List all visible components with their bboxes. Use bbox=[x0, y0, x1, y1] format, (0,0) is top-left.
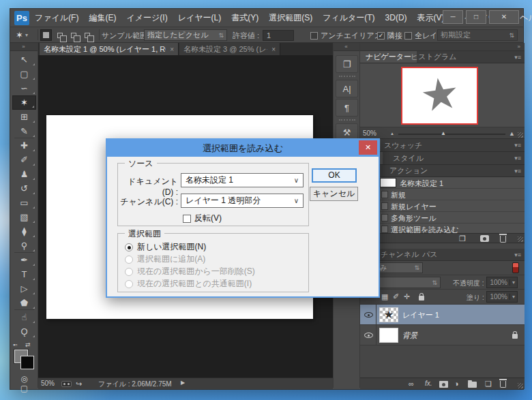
zoom-out-mountain-icon[interactable]: ▲ bbox=[390, 132, 394, 136]
ok-button[interactable]: OK bbox=[312, 168, 357, 183]
lock-transparency-icon[interactable]: ▦ bbox=[381, 292, 388, 301]
menu-edit[interactable]: 編集(E) bbox=[89, 12, 116, 24]
layer-filter-toggle[interactable] bbox=[512, 262, 519, 273]
clone-source-panel-button[interactable]: ❐ bbox=[336, 55, 358, 73]
minimize-button[interactable]: ─ bbox=[443, 10, 463, 24]
antialias-checkbox[interactable]: アンチエイリアス bbox=[310, 27, 382, 44]
menu-3d[interactable]: 3D(D) bbox=[385, 13, 407, 22]
opacity-field[interactable]: 100% ▾ bbox=[486, 277, 518, 288]
eraser-tool[interactable]: ▭ bbox=[12, 196, 36, 210]
lock-all-icon[interactable] bbox=[419, 296, 424, 301]
blur-tool[interactable]: ⧫ bbox=[12, 224, 36, 239]
menu-layer[interactable]: レイヤー(L) bbox=[178, 12, 222, 24]
screen-mode-button[interactable]: ▢ bbox=[10, 384, 38, 393]
menu-help[interactable]: ヘルプ(H) bbox=[520, 12, 532, 24]
tab-paths[interactable]: パス bbox=[422, 249, 438, 260]
channel-dropdown[interactable]: レイヤー 1 透明部分 ∨ bbox=[181, 194, 304, 208]
tab-actions[interactable]: アクション bbox=[389, 165, 428, 176]
background-thumbnail[interactable] bbox=[379, 328, 398, 343]
layer-visibility-cell[interactable] bbox=[360, 325, 376, 345]
panel-menu-icon[interactable]: ▾≡ bbox=[514, 251, 521, 258]
history-state-row[interactable]: 新規 bbox=[360, 189, 524, 200]
current-tool-button[interactable]: ✶ ▾ bbox=[16, 27, 28, 42]
navigator-zoom-field[interactable]: 50% bbox=[363, 129, 376, 137]
magic-wand-tool[interactable]: ✶ bbox=[12, 95, 36, 110]
history-state-row[interactable]: 新規レイヤー bbox=[360, 200, 524, 212]
type-tool[interactable]: T bbox=[12, 267, 36, 281]
history-state-row[interactable]: 多角形ツール bbox=[360, 212, 524, 224]
new-snapshot-camera-icon[interactable] bbox=[480, 235, 489, 242]
gradient-tool[interactable]: ▧ bbox=[12, 210, 36, 224]
zoom-level-field[interactable]: 50% bbox=[41, 380, 55, 387]
resize-grip[interactable] bbox=[518, 132, 523, 138]
dock-collapse-button[interactable]: » bbox=[360, 43, 524, 51]
tab-navigator[interactable]: ナビゲーター bbox=[360, 51, 417, 63]
tab-styles[interactable]: スタイル bbox=[393, 152, 424, 164]
menu-select[interactable]: 選択範囲(S) bbox=[269, 12, 312, 24]
clone-stamp-tool[interactable]: ♟ bbox=[12, 167, 36, 181]
delete-state-trash-icon[interactable] bbox=[500, 236, 506, 243]
menu-filter[interactable]: フィルター(T) bbox=[323, 12, 374, 24]
brush-tool[interactable]: ✐ bbox=[12, 153, 36, 167]
background-layer-name[interactable]: 背景 bbox=[402, 330, 417, 341]
hand-tool[interactable]: ☝ bbox=[12, 310, 36, 324]
swap-colors-icon[interactable]: ⇄ bbox=[25, 341, 31, 348]
default-colors-icon[interactable]: ▪▫ bbox=[13, 341, 17, 348]
preview-panel-icon[interactable] bbox=[61, 381, 72, 387]
navigator-proxy-view[interactable]: ★ bbox=[401, 67, 478, 125]
status-options-arrow[interactable]: ▶ bbox=[181, 380, 185, 386]
layer-row-background[interactable]: 背景 bbox=[360, 325, 524, 345]
layer-visibility-cell[interactable] bbox=[360, 305, 376, 325]
radio-subtract-from-selection[interactable]: 現在の選択範囲から一部削除(S) bbox=[125, 266, 255, 277]
tolerance-input[interactable]: 1 bbox=[263, 30, 294, 41]
quick-mask-button[interactable]: ◎ bbox=[10, 374, 38, 384]
panel-menu-icon[interactable]: ▾≡ bbox=[514, 142, 521, 149]
tab-histogram[interactable]: ヒストグラム bbox=[411, 51, 457, 63]
panel-menu-icon[interactable]: ▾≡ bbox=[514, 155, 521, 161]
panel-menu-icon[interactable]: ▾≡ bbox=[514, 168, 521, 174]
resize-grip[interactable] bbox=[518, 383, 523, 388]
zoom-slider-thumb[interactable]: ▲ bbox=[441, 130, 446, 136]
fill-field[interactable]: 100% ▾ bbox=[486, 291, 518, 303]
adjustment-layer-icon[interactable]: ◑ bbox=[454, 380, 459, 388]
share-icon[interactable]: ↪ bbox=[76, 380, 82, 388]
tab-swatches[interactable]: スウォッチ bbox=[384, 139, 422, 151]
shape-tool[interactable]: ⬟ bbox=[12, 296, 36, 310]
menu-image[interactable]: イメージ(I) bbox=[126, 12, 167, 24]
link-layers-icon[interactable]: ∞ bbox=[409, 380, 414, 388]
tab-close-icon[interactable]: × bbox=[170, 46, 174, 53]
cancel-button[interactable]: キャンセル bbox=[310, 187, 358, 201]
zoom-slider-track[interactable] bbox=[398, 134, 505, 135]
add-layer-mask-icon[interactable] bbox=[439, 381, 448, 388]
spot-healing-brush-tool[interactable]: ✚ bbox=[12, 138, 36, 153]
window-close-button[interactable]: ✕ bbox=[489, 10, 519, 24]
lock-move-icon[interactable]: ✛ bbox=[404, 292, 410, 301]
zoom-tool[interactable]: Ǫ bbox=[12, 324, 36, 339]
radio-add-to-selection[interactable]: 選択範囲に追加(A) bbox=[125, 253, 205, 265]
eye-icon[interactable] bbox=[364, 333, 373, 338]
zoom-in-mountain-icon[interactable]: ▲ bbox=[509, 130, 515, 137]
contiguous-checkbox[interactable]: ✓ 隣接 bbox=[377, 27, 402, 44]
paragraph-panel-button[interactable]: ¶ bbox=[336, 99, 358, 117]
new-layer-icon[interactable]: ❏ bbox=[485, 380, 492, 388]
history-state-row[interactable]: 選択範囲を読み込む bbox=[360, 224, 524, 233]
resize-grip[interactable] bbox=[518, 236, 523, 242]
layer1-thumbnail[interactable]: ★ bbox=[379, 307, 398, 322]
radio-new-selection[interactable]: 新しい選択範囲(N) bbox=[125, 241, 206, 253]
new-group-folder-icon[interactable] bbox=[468, 382, 477, 388]
maximize-button[interactable]: □ bbox=[466, 10, 486, 24]
sample-size-dropdown[interactable]: 指定したピクセル ⇅ bbox=[144, 29, 227, 41]
document-tab-2[interactable]: 名称未設定 3 @ 25% (レイヤー 1, RG... × bbox=[179, 43, 280, 55]
add-to-selection-mode-button[interactable] bbox=[54, 29, 65, 41]
history-brush-tool[interactable]: ↺ bbox=[12, 181, 36, 196]
dock-expand-button[interactable]: « bbox=[334, 43, 359, 51]
lock-paint-icon[interactable]: ✐ bbox=[393, 292, 399, 301]
lasso-tool[interactable]: ∽ bbox=[12, 81, 36, 95]
tab-channels[interactable]: チャンネル bbox=[381, 249, 419, 260]
character-panel-button[interactable]: A| bbox=[336, 80, 358, 97]
new-selection-mode-button[interactable] bbox=[40, 29, 52, 41]
rectangular-marquee-tool[interactable]: ▢ bbox=[12, 67, 36, 81]
tab-close-icon[interactable]: × bbox=[271, 46, 276, 53]
dialog-close-button[interactable]: ✕ bbox=[359, 140, 377, 155]
background-color-swatch[interactable] bbox=[20, 356, 34, 369]
